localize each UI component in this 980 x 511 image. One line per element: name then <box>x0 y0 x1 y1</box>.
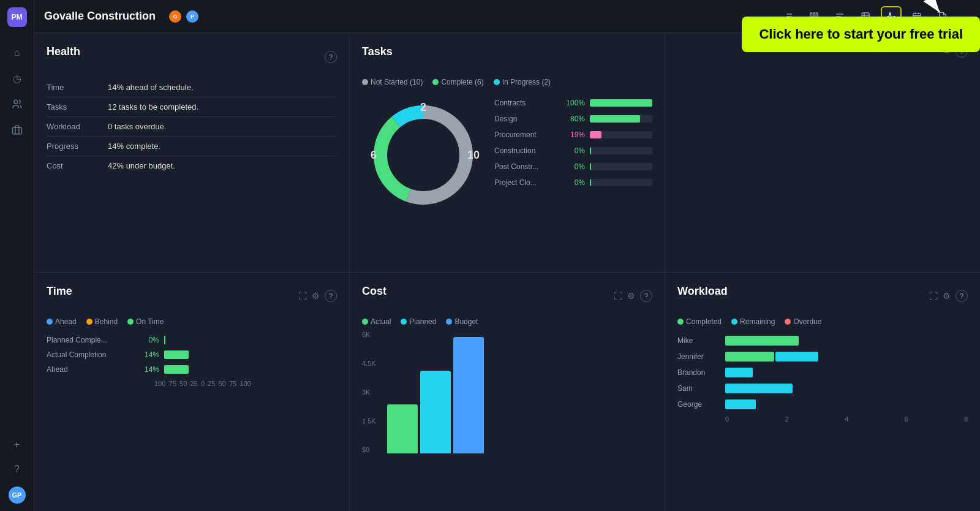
workload-chart: Mike Jennifer Brandon <box>677 336 968 409</box>
sidebar-item-time[interactable]: ◷ <box>10 71 24 86</box>
time-title: Time <box>47 285 72 298</box>
health-help[interactable]: ? <box>325 51 337 63</box>
sidebar-user-avatar[interactable]: GP <box>9 486 26 504</box>
sidebar-help[interactable]: ? <box>10 462 24 477</box>
project-close-track <box>590 179 652 186</box>
cost-bar-actual <box>387 404 418 453</box>
ahead-fill <box>164 365 189 374</box>
construction-fill <box>590 147 591 154</box>
mike-bars <box>725 336 968 346</box>
workload-help[interactable]: ? <box>956 290 968 302</box>
legend-on-time: On Time <box>127 317 164 326</box>
avatar-g[interactable]: G <box>168 9 183 24</box>
behind-dot <box>86 319 92 325</box>
workload-mike: Mike <box>677 336 968 346</box>
workload-george: George <box>677 399 968 409</box>
health-row-tasks: Tasks 12 tasks to be completed. <box>47 97 337 117</box>
topbar: Govalle Construction G P <box>34 0 980 33</box>
sidebar-item-home[interactable]: ⌂ <box>10 45 24 60</box>
workload-legend: Completed Remaining Overdue <box>677 317 968 326</box>
page-title: Govalle Construction <box>44 10 156 23</box>
health-row-progress: Progress 14% complete. <box>47 137 337 156</box>
cost-bar-planned <box>420 371 451 453</box>
overdue-dot <box>785 319 791 325</box>
time-actual: Actual Completion 14% <box>47 350 337 359</box>
post-constr-track <box>590 163 652 170</box>
cost-expand-icon[interactable]: ⛶ <box>614 291 622 301</box>
task-construction: Construction 0% <box>494 146 652 155</box>
sidebar-add[interactable]: + <box>10 437 24 452</box>
tasks-content: 6 2 10 Contracts 100% Design 80% <box>362 94 652 216</box>
workload-gear-icon[interactable]: ⚙ <box>943 291 951 301</box>
budget-dot <box>446 319 452 325</box>
time-ahead: Ahead 14% <box>47 365 337 374</box>
design-fill <box>590 115 640 123</box>
sam-remaining <box>725 384 793 393</box>
jennifer-bars <box>725 352 968 361</box>
legend-ahead: Ahead <box>47 317 77 326</box>
cost-help[interactable]: ? <box>640 290 652 302</box>
main-content: Govalle Construction G P <box>34 0 980 511</box>
legend-planned: Planned <box>401 317 436 326</box>
jennifer-completed <box>725 352 774 361</box>
workload-header: Workload ⛶ ⚙ ? <box>677 285 968 308</box>
legend-complete: Complete (6) <box>432 78 483 86</box>
tasks-header: Tasks <box>362 45 652 68</box>
george-remaining <box>725 399 756 409</box>
legend-not-started: Not Started (10) <box>362 78 423 86</box>
sidebar-bottom: + ? GP <box>9 437 26 504</box>
dashboard: Health ? Time 14% ahead of schedule. Tas… <box>34 33 980 511</box>
sidebar-item-people[interactable] <box>10 97 24 112</box>
procurement-track <box>590 131 652 138</box>
actual-dot <box>362 319 368 325</box>
contracts-fill <box>590 99 652 107</box>
brandon-remaining <box>725 368 753 377</box>
avatar-p[interactable]: P <box>185 9 200 24</box>
task-contracts: Contracts 100% <box>494 99 652 107</box>
task-project-close: Project Clo... 0% <box>494 178 652 187</box>
svg-rect-1 <box>12 127 21 134</box>
legend-budget: Budget <box>446 317 478 326</box>
time-panel: Time ⛶ ⚙ ? Ahead Behind On Tim <box>34 273 349 512</box>
task-design: Design 80% <box>494 115 652 123</box>
sidebar: PM ⌂ ◷ + ? GP <box>0 0 34 511</box>
health-row-cost: Cost 42% under budget. <box>47 156 337 175</box>
donut-label-right: 10 <box>467 149 480 162</box>
workload-expand-icon[interactable]: ⛶ <box>929 291 938 301</box>
brandon-bars <box>725 368 968 377</box>
health-row-workload: Workload 0 tasks overdue. <box>47 117 337 137</box>
time-expand-icon[interactable]: ⛶ <box>298 291 307 301</box>
legend-remaining: Remaining <box>731 317 775 326</box>
task-procurement: Procurement 19% <box>494 131 652 139</box>
task-post-constr: Post Constr... 0% <box>494 162 652 171</box>
sidebar-nav: ⌂ ◷ <box>10 45 24 137</box>
tasks-progress-bars: Contracts 100% Design 80% <box>494 94 652 216</box>
health-panel: Health ? Time 14% ahead of schedule. Tas… <box>34 33 349 272</box>
app-logo[interactable]: PM <box>7 7 27 27</box>
mike-completed <box>725 336 799 346</box>
actual-bar <box>164 350 337 359</box>
jennifer-remaining <box>775 352 818 361</box>
tasks-legend: Not Started (10) Complete (6) In Progres… <box>362 78 652 86</box>
ahead-dot <box>47 319 53 325</box>
legend-in-progress: In Progress (2) <box>494 78 551 86</box>
donut-label-top: 2 <box>420 101 426 114</box>
post-constr-fill <box>590 163 591 170</box>
cost-panel-icons: ⛶ ⚙ ? <box>614 290 652 302</box>
planned-fill <box>164 336 165 344</box>
health-title: Health <box>47 45 80 58</box>
time-help[interactable]: ? <box>325 290 337 302</box>
cost-panel: Cost ⛶ ⚙ ? Actual Planned Budg <box>350 273 665 512</box>
health-header: Health ? <box>47 45 337 68</box>
time-gear-icon[interactable]: ⚙ <box>312 291 320 301</box>
workload-sam: Sam <box>677 384 968 393</box>
contracts-track <box>590 99 652 107</box>
cost-title: Cost <box>362 285 386 298</box>
sidebar-item-briefcase[interactable] <box>10 123 24 137</box>
free-trial-banner[interactable]: Click here to start your free trial <box>742 17 980 52</box>
cost-gear-icon[interactable]: ⚙ <box>627 291 635 301</box>
health-row-time: Time 14% ahead of schedule. <box>47 78 337 97</box>
cost-y-axis: 6K 4.5K 3K 1.5K $0 <box>362 331 376 453</box>
tasks-title: Tasks <box>362 45 393 58</box>
legend-actual: Actual <box>362 317 391 326</box>
